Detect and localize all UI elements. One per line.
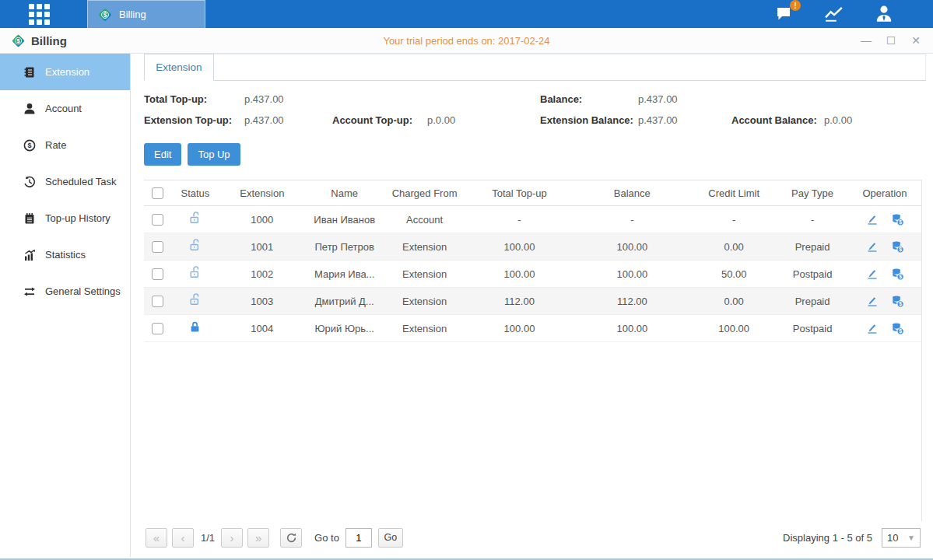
account-top-up-value: p.0.00 bbox=[427, 114, 540, 126]
billing-app-tab[interactable]: $ Billing bbox=[87, 0, 205, 28]
unlocked-padlock-icon bbox=[188, 212, 202, 225]
extension-balance-label: Extension Balance: bbox=[540, 114, 638, 126]
notification-badge: ! bbox=[790, 0, 801, 11]
edit-pencil-icon[interactable] bbox=[866, 322, 879, 334]
row-checkbox[interactable] bbox=[152, 268, 163, 280]
edit-pencil-icon[interactable] bbox=[866, 268, 879, 280]
window-title-bar: $ Billing Your trial period ends on: 201… bbox=[0, 28, 933, 54]
total-top-up-cell: 112.00 bbox=[466, 288, 573, 315]
tab-strip-spacer bbox=[214, 54, 926, 80]
table-header-row: Status Extension Name Charged From Total… bbox=[144, 180, 921, 206]
charged-from-cell: Extension bbox=[384, 315, 466, 342]
person-icon bbox=[23, 103, 36, 115]
column-header-total-top-up[interactable]: Total Top-up bbox=[466, 180, 573, 206]
balance-cell: 100.00 bbox=[573, 315, 691, 342]
billing-tab-label: Billing bbox=[119, 9, 146, 20]
column-header-credit-limit[interactable]: Credit Limit bbox=[691, 180, 777, 206]
row-checkbox[interactable] bbox=[152, 323, 163, 334]
row-checkbox[interactable] bbox=[152, 241, 163, 253]
edit-pencil-icon[interactable] bbox=[866, 295, 879, 307]
charged-from-cell: Extension bbox=[384, 288, 466, 315]
total-top-up-value: p.437.00 bbox=[244, 93, 332, 105]
billing-diamond-icon: $ bbox=[97, 7, 113, 23]
row-checkbox[interactable] bbox=[152, 296, 163, 307]
app-launcher-button[interactable] bbox=[11, 0, 67, 28]
svg-text:$: $ bbox=[899, 274, 902, 280]
row-checkbox[interactable] bbox=[152, 214, 163, 226]
line-chart-icon bbox=[823, 5, 846, 23]
extension-cell: 1002 bbox=[219, 261, 306, 288]
select-all-checkbox[interactable] bbox=[152, 187, 163, 199]
tab-strip: Extension bbox=[144, 54, 926, 81]
notifications-button[interactable]: ! bbox=[773, 4, 796, 24]
close-icon[interactable]: ✕ bbox=[910, 34, 922, 47]
page-size-select[interactable]: 10 ▼ bbox=[882, 528, 921, 548]
pagination-bar: « ‹ 1/1 › » Go to Go Displaying 1 - 5 of… bbox=[144, 521, 922, 557]
first-page-button[interactable]: « bbox=[146, 528, 167, 548]
sidebar-item-general-settings[interactable]: General Settings bbox=[0, 273, 130, 310]
extension-top-up-label: Extension Top-up: bbox=[144, 114, 244, 126]
sidebar-item-scheduled-task[interactable]: Scheduled Task bbox=[0, 163, 130, 200]
sidebar-item-statistics[interactable]: Statistics bbox=[0, 236, 130, 273]
previous-page-button[interactable]: ‹ bbox=[172, 528, 194, 548]
charged-from-cell: Extension bbox=[384, 233, 466, 261]
edit-pencil-icon[interactable] bbox=[866, 240, 879, 253]
balance-summary: Total Top-up: p.437.00 Balance: p.437.00… bbox=[144, 81, 922, 132]
resource-monitor-button[interactable] bbox=[823, 4, 846, 24]
page-title: Billing bbox=[31, 34, 67, 47]
tab-extension[interactable]: Extension bbox=[144, 54, 214, 81]
top-up-coins-icon[interactable]: $ bbox=[891, 295, 904, 308]
column-header-status[interactable]: Status bbox=[172, 180, 219, 206]
refresh-button[interactable] bbox=[280, 528, 302, 548]
svg-text:$: $ bbox=[16, 37, 20, 44]
top-up-coins-icon[interactable]: $ bbox=[891, 268, 904, 281]
balance-cell: 112.00 bbox=[573, 288, 691, 315]
column-header-balance[interactable]: Balance bbox=[573, 180, 691, 206]
go-button[interactable]: Go bbox=[378, 528, 403, 548]
balance-cell: - bbox=[573, 206, 691, 233]
top-up-coins-icon[interactable]: $ bbox=[891, 213, 904, 226]
page-indicator: 1/1 bbox=[201, 532, 215, 544]
sidebar-item-label: Statistics bbox=[45, 249, 86, 261]
status-cell bbox=[172, 288, 219, 315]
chevron-left-icon: ‹ bbox=[181, 531, 185, 544]
column-header-charged-from[interactable]: Charged From bbox=[384, 180, 466, 206]
unlocked-padlock-icon bbox=[188, 293, 202, 306]
column-header-extension[interactable]: Extension bbox=[219, 180, 306, 206]
chevron-right-icon: › bbox=[230, 531, 234, 544]
select-all-cell bbox=[144, 180, 172, 206]
goto-page-input[interactable] bbox=[345, 528, 372, 548]
sidebar-item-label: Rate bbox=[45, 139, 66, 151]
user-account-button[interactable] bbox=[872, 4, 896, 24]
sidebar: Extension Account $ Rate Scheduled Task bbox=[0, 54, 131, 557]
charged-from-cell: Account bbox=[384, 206, 466, 233]
column-header-name[interactable]: Name bbox=[306, 180, 384, 206]
sidebar-item-extension[interactable]: Extension bbox=[0, 54, 130, 90]
refresh-icon bbox=[286, 532, 297, 544]
sidebar-item-top-up-history[interactable]: Top-up History bbox=[0, 200, 130, 236]
column-header-operation[interactable]: Operation bbox=[848, 180, 921, 206]
main-content: Extension Total Top-up: p.437.00 Balance… bbox=[131, 54, 933, 557]
unlocked-padlock-icon bbox=[188, 266, 202, 279]
svg-text:$: $ bbox=[899, 328, 902, 334]
minimize-icon[interactable]: — bbox=[860, 34, 872, 47]
status-cell bbox=[172, 206, 219, 233]
column-header-pay-type[interactable]: Pay Type bbox=[777, 180, 848, 206]
svg-text:$: $ bbox=[27, 142, 31, 149]
displaying-text: Displaying 1 - 5 of 5 bbox=[783, 532, 872, 544]
sidebar-item-label: General Settings bbox=[45, 285, 121, 297]
top-up-coins-icon[interactable]: $ bbox=[891, 322, 904, 335]
sidebar-item-account[interactable]: Account bbox=[0, 90, 130, 127]
sidebar-item-rate[interactable]: $ Rate bbox=[0, 127, 130, 163]
edit-pencil-icon[interactable] bbox=[866, 213, 879, 226]
total-top-up-cell: - bbox=[466, 206, 573, 233]
edit-button[interactable]: Edit bbox=[144, 143, 181, 166]
maximize-icon[interactable]: ☐ bbox=[885, 34, 897, 47]
sidebar-item-label: Account bbox=[45, 103, 82, 114]
last-page-button[interactable]: » bbox=[247, 528, 269, 548]
next-page-button[interactable]: › bbox=[221, 528, 243, 548]
table-row: 1004 Юрий Юрь... Extension 100.00 100.00… bbox=[144, 315, 921, 342]
top-up-button[interactable]: Top Up bbox=[188, 143, 240, 166]
top-up-coins-icon[interactable]: $ bbox=[891, 240, 904, 254]
credit-limit-cell: 0.00 bbox=[691, 233, 777, 261]
